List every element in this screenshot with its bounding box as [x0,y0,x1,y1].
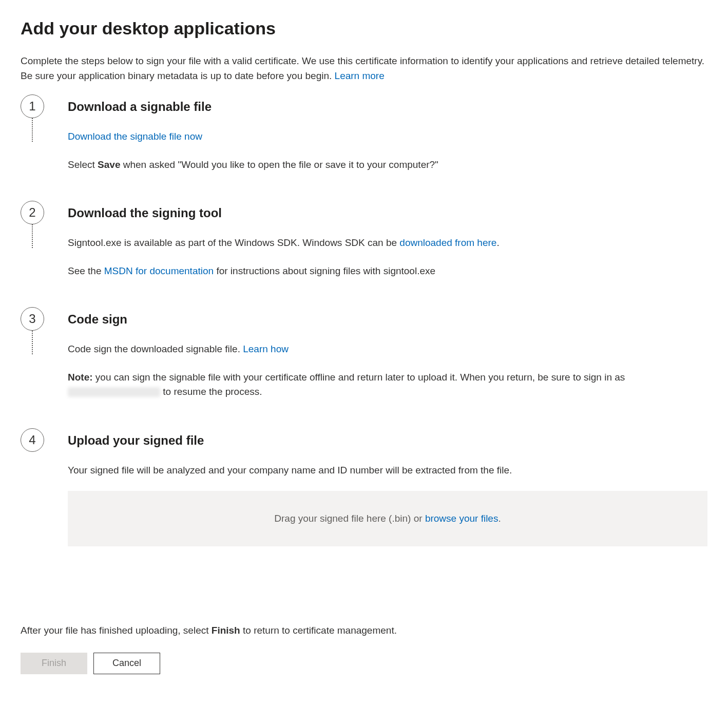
step-2-line1-suffix: . [496,237,499,248]
learn-more-link[interactable]: Learn more [335,70,385,81]
footer-instruction: After your file has finished uploading, … [21,623,707,638]
step-rail: 2 [21,201,44,224]
step-2-title: Download the signing tool [68,204,707,222]
cancel-button[interactable]: Cancel [93,653,160,674]
step-1-instruction: Select Save when asked "Would you like t… [68,158,707,173]
step-1: 1 Download a signable file Download the … [21,94,707,201]
step-3-content: Code sign Code sign the downloaded signa… [44,307,707,399]
step-rail: 4 [21,428,44,452]
step-3-note-text-1: you can sign the signable file with your… [93,372,625,383]
footer-suffix: to return to certificate management. [240,625,397,636]
step-connector [32,224,33,248]
step-1-text-bold: Save [98,159,120,170]
step-2-line-2: See the MSDN for documentation for instr… [68,264,707,279]
intro-paragraph: Complete the steps below to sign your fi… [21,54,707,83]
step-number-1: 1 [21,94,44,118]
step-4-content: Upload your signed file Your signed file… [44,428,707,547]
step-3-note-text-2: to resume the process. [160,386,262,397]
step-2-line2-suffix: for instructions about signing files wit… [214,265,435,276]
step-number-4: 4 [21,428,44,452]
file-drop-zone[interactable]: Drag your signed file here (.bin) or bro… [68,491,707,546]
step-3-note: Note: you can sign the signable file wit… [68,370,707,399]
download-sdk-link[interactable]: downloaded from here [399,237,496,248]
step-2: 2 Download the signing tool Signtool.exe… [21,201,707,307]
step-3-line1-prefix: Code sign the downloaded signable file. [68,344,243,354]
step-3-line-1: Code sign the downloaded signable file. … [68,342,707,357]
step-1-title: Download a signable file [68,98,707,116]
step-3: 3 Code sign Code sign the downloaded sig… [21,307,707,428]
step-2-content: Download the signing tool Signtool.exe i… [44,201,707,278]
step-connector [32,331,33,354]
step-rail: 1 [21,94,44,118]
step-4: 4 Upload your signed file Your signed fi… [21,428,707,547]
step-rail: 3 [21,307,44,331]
msdn-documentation-link[interactable]: MSDN for documentation [104,265,214,276]
learn-how-link[interactable]: Learn how [243,344,289,354]
finish-button: Finish [21,653,87,674]
redacted-email [68,387,160,397]
page-title: Add your desktop applications [21,15,707,42]
step-connector [32,118,33,142]
step-2-line-1: Signtool.exe is available as part of the… [68,236,707,251]
download-signable-file-link[interactable]: Download the signable file now [68,131,202,142]
browse-files-link[interactable]: browse your files [425,513,499,524]
footer-prefix: After your file has finished uploading, … [21,625,212,636]
dropzone-suffix: . [498,513,501,524]
footer-bold: Finish [212,625,240,636]
step-number-2: 2 [21,201,44,224]
step-2-line2-prefix: See the [68,265,104,276]
dropzone-text: Drag your signed file here (.bin) or [274,513,425,524]
step-1-text-suffix: when asked "Would you like to open the f… [120,159,438,170]
step-3-title: Code sign [68,310,707,329]
step-3-note-label: Note: [68,372,93,383]
step-4-description: Your signed file will be analyzed and yo… [68,463,707,478]
step-number-3: 3 [21,307,44,331]
step-2-line1-prefix: Signtool.exe is available as part of the… [68,237,399,248]
steps-container: 1 Download a signable file Download the … [21,94,707,546]
step-1-text-prefix: Select [68,159,98,170]
step-1-content: Download a signable file Download the si… [44,94,707,172]
step-4-title: Upload your signed file [68,431,707,450]
button-row: Finish Cancel [21,653,707,674]
